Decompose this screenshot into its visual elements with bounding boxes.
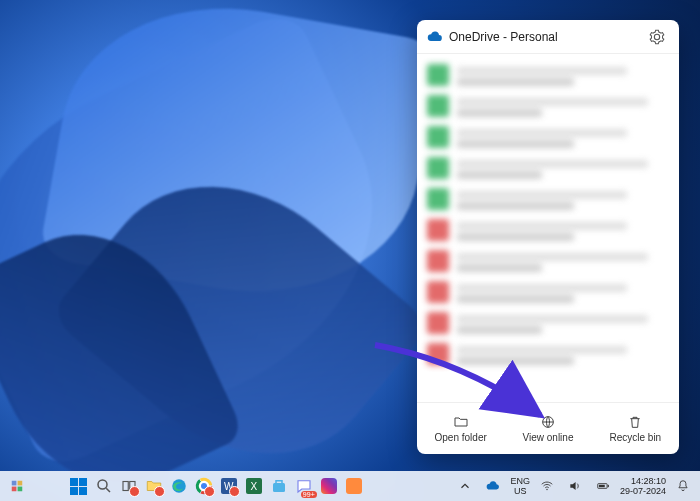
taskbar: W X 99+ ENG US bbox=[0, 471, 700, 501]
system-tray-chevron[interactable] bbox=[454, 475, 476, 497]
task-view-button[interactable] bbox=[118, 475, 140, 497]
chevron-up-icon bbox=[458, 479, 472, 493]
battery-tray-button[interactable] bbox=[592, 475, 614, 497]
clock-button[interactable]: 14:28:10 29-07-2024 bbox=[620, 476, 666, 496]
wifi-icon bbox=[540, 479, 554, 493]
onedrive-cloud-icon bbox=[427, 29, 443, 45]
edge-button[interactable] bbox=[168, 475, 190, 497]
search-button[interactable] bbox=[93, 475, 115, 497]
edge-icon bbox=[170, 477, 188, 495]
view-online-label: View online bbox=[523, 432, 574, 443]
list-item bbox=[427, 126, 669, 151]
word-button[interactable]: W bbox=[218, 475, 240, 497]
language-indicator[interactable]: ENG US bbox=[510, 476, 530, 496]
chat-badge: 99+ bbox=[301, 491, 317, 498]
open-folder-button[interactable]: Open folder bbox=[417, 403, 504, 454]
onedrive-flyout: OneDrive - Personal Open folder View onl… bbox=[417, 20, 679, 454]
svg-point-15 bbox=[546, 489, 547, 490]
search-icon bbox=[95, 477, 113, 495]
list-item bbox=[427, 312, 669, 337]
clock-time: 14:28:10 bbox=[620, 476, 666, 486]
store-button[interactable] bbox=[268, 475, 290, 497]
folder-icon bbox=[453, 414, 469, 430]
list-item bbox=[427, 343, 669, 368]
onedrive-footer: Open folder View online Recycle bin bbox=[417, 402, 679, 454]
bell-icon bbox=[676, 479, 690, 493]
app-icon bbox=[346, 478, 362, 494]
onedrive-title: OneDrive - Personal bbox=[449, 30, 645, 44]
svg-rect-7 bbox=[129, 482, 134, 491]
list-item bbox=[427, 64, 669, 89]
svg-rect-17 bbox=[608, 485, 609, 487]
instagram-icon bbox=[321, 478, 337, 494]
view-online-button[interactable]: View online bbox=[504, 403, 591, 454]
list-item bbox=[427, 281, 669, 306]
clock-date: 29-07-2024 bbox=[620, 486, 666, 496]
svg-rect-14 bbox=[273, 483, 285, 492]
svg-point-13 bbox=[201, 483, 207, 489]
excel-button[interactable]: X bbox=[243, 475, 265, 497]
file-explorer-button[interactable] bbox=[143, 475, 165, 497]
chrome-icon bbox=[195, 477, 213, 495]
store-icon bbox=[270, 477, 288, 495]
speaker-icon bbox=[568, 479, 582, 493]
trash-icon bbox=[627, 414, 643, 430]
svg-point-5 bbox=[98, 480, 107, 489]
list-item bbox=[427, 250, 669, 275]
instagram-button[interactable] bbox=[318, 475, 340, 497]
globe-icon bbox=[540, 414, 556, 430]
svg-rect-18 bbox=[599, 485, 605, 487]
recycle-bin-button[interactable]: Recycle bin bbox=[592, 403, 679, 454]
onedrive-header: OneDrive - Personal bbox=[417, 20, 679, 54]
list-item bbox=[427, 157, 669, 182]
list-item bbox=[427, 188, 669, 213]
app-button[interactable] bbox=[343, 475, 365, 497]
onedrive-tray-button[interactable] bbox=[482, 475, 504, 497]
onedrive-settings-button[interactable] bbox=[645, 25, 669, 49]
start-button[interactable] bbox=[68, 475, 90, 497]
chrome-button[interactable] bbox=[193, 475, 215, 497]
gear-icon bbox=[649, 29, 665, 45]
onedrive-activity-list[interactable] bbox=[417, 54, 679, 402]
network-tray-button[interactable] bbox=[536, 475, 558, 497]
notifications-button[interactable] bbox=[672, 475, 694, 497]
folder-icon bbox=[145, 477, 163, 495]
list-item bbox=[427, 95, 669, 120]
onedrive-tray-icon bbox=[486, 479, 500, 493]
chat-button[interactable]: 99+ bbox=[293, 475, 315, 497]
list-item bbox=[427, 219, 669, 244]
excel-icon: X bbox=[246, 478, 262, 494]
open-folder-label: Open folder bbox=[435, 432, 487, 443]
recycle-bin-label: Recycle bin bbox=[609, 432, 661, 443]
language-bottom: US bbox=[510, 486, 530, 496]
language-top: ENG bbox=[510, 476, 530, 486]
windows-logo-icon bbox=[70, 478, 87, 495]
task-view-icon bbox=[120, 477, 138, 495]
word-icon: W bbox=[221, 478, 237, 494]
volume-tray-button[interactable] bbox=[564, 475, 586, 497]
battery-icon bbox=[596, 479, 610, 493]
svg-rect-6 bbox=[123, 482, 128, 491]
